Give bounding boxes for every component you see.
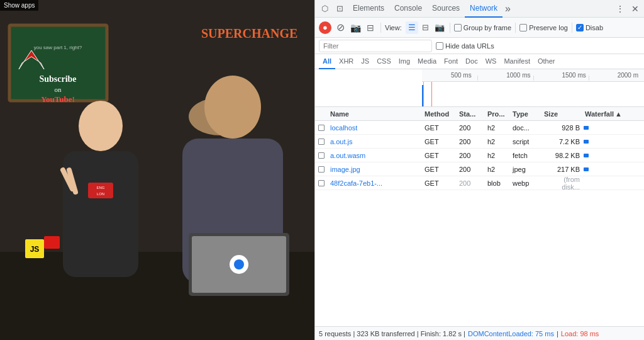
row-status-2: 200: [457, 138, 485, 145]
row-type-2: script: [510, 138, 541, 145]
group-by-frame-group: Group by frame: [454, 24, 511, 31]
svg-text:YouTube!: YouTube!: [41, 94, 75, 104]
type-tab-css[interactable]: CSS: [373, 54, 395, 69]
inspect-element-icon[interactable]: ⬡: [318, 2, 331, 16]
th-name[interactable]: Name: [328, 110, 422, 118]
filter-button[interactable]: ⊟: [364, 21, 377, 34]
row-checkbox-4[interactable]: [315, 166, 328, 173]
row-waterfall-4: [582, 162, 644, 176]
row-proto-5: blob: [485, 179, 510, 187]
close-devtools-button[interactable]: ✕: [629, 3, 641, 15]
toolbar-separator-4: [572, 23, 572, 33]
tick-500ms: 500 ms: [451, 72, 472, 79]
devtools-panel: ⬡ ⊡ Elements Console Sources Network » ⋮…: [314, 0, 644, 340]
th-type[interactable]: Type: [510, 110, 541, 118]
row-method-2: GET: [422, 138, 457, 145]
status-requests: 5 requests | 323 KB transferred | Finish…: [319, 330, 465, 337]
type-tab-js[interactable]: JS: [357, 54, 373, 69]
preserve-log-checkbox[interactable]: [519, 24, 527, 31]
row-method-3: GET: [422, 152, 457, 159]
tab-network[interactable]: Network: [465, 0, 502, 18]
row-method-5: GET: [422, 179, 457, 187]
row-type-3: fetch: [510, 152, 541, 159]
type-tab-doc[interactable]: Doc: [462, 54, 482, 69]
th-waterfall[interactable]: Waterfall ▲: [582, 110, 644, 118]
type-tab-manifest[interactable]: Manifest: [500, 54, 534, 69]
hide-data-urls-group: Hide data URLs: [436, 42, 494, 50]
table-row[interactable]: a.out.js GET 200 h2 script 7.2 KB: [315, 135, 644, 149]
group-by-frame-checkbox[interactable]: [454, 24, 462, 31]
waterfall-bar-1: [584, 126, 589, 130]
table-row[interactable]: 48f2cafa-7eb1-... GET 200 blob webp (fro…: [315, 176, 644, 190]
type-tab-media[interactable]: Media: [414, 54, 440, 69]
status-bar: 5 requests | 323 KB transferred | Finish…: [315, 326, 644, 340]
th-size[interactable]: Size: [541, 110, 582, 118]
table-row[interactable]: image.jpg GET 200 h2 jpeg 217 KB: [315, 162, 644, 176]
type-tab-xhr[interactable]: XHR: [335, 54, 357, 69]
svg-point-25: [234, 259, 244, 269]
row-proto-2: h2: [485, 138, 510, 145]
preserve-log-group: Preserve log: [519, 24, 568, 31]
table-row[interactable]: a.out.wasm GET 200 h2 fetch 98.2 KB: [315, 149, 644, 162]
row-size-4: 217 KB: [541, 166, 582, 173]
screenshot-button[interactable]: 📷: [433, 21, 446, 34]
type-tab-ws[interactable]: WS: [482, 54, 501, 69]
svg-point-21: [189, 98, 252, 135]
more-tabs-button[interactable]: »: [502, 3, 513, 14]
row-method-4: GET: [422, 166, 457, 173]
network-content: 500 ms 1000 ms 1500 ms 2000 m: [315, 69, 644, 326]
th-method[interactable]: Method: [422, 110, 457, 118]
tab-sources[interactable]: Sources: [427, 0, 465, 18]
filter-row: Hide data URLs: [315, 38, 644, 54]
stop-button[interactable]: ⊘: [334, 21, 347, 34]
table-header: Name Method Sta... Pro... Type Size Wate…: [315, 107, 644, 121]
show-apps-button[interactable]: Show apps: [0, 0, 38, 11]
svg-text:you saw part 1, right?: you saw part 1, right?: [34, 45, 82, 50]
row-waterfall-2: [582, 135, 644, 149]
video-panel: Show apps you saw part 1, right? Subscri…: [0, 0, 314, 340]
more-options-button[interactable]: ⋮: [614, 3, 626, 15]
row-type-5: webp: [510, 179, 541, 187]
th-status[interactable]: Sta...: [457, 110, 485, 118]
type-tab-img[interactable]: Img: [395, 54, 414, 69]
chart-bar-1: [422, 85, 423, 107]
timeline-ticks: 500 ms 1000 ms 1500 ms 2000 m: [422, 69, 644, 82]
row-status-3: 200: [457, 152, 485, 159]
waterfall-chart-area: 500 ms 1000 ms 1500 ms 2000 m: [315, 69, 644, 107]
row-checkbox-1[interactable]: [315, 125, 328, 131]
record-button[interactable]: ●: [319, 21, 331, 34]
row-checkbox-5[interactable]: [315, 180, 328, 186]
view-label: View:: [385, 24, 402, 31]
svg-text:on: on: [55, 86, 62, 93]
type-filter-row: All XHR JS CSS Img Media Font Doc WS Man…: [315, 54, 644, 69]
tab-console[interactable]: Console: [389, 0, 427, 18]
row-checkbox-3[interactable]: [315, 152, 328, 159]
tick-1500ms: 1500 ms: [562, 72, 586, 79]
filter-input[interactable]: [319, 40, 432, 52]
hide-data-urls-checkbox[interactable]: [436, 42, 443, 50]
row-proto-3: h2: [485, 152, 510, 159]
type-tab-other[interactable]: Other: [534, 54, 559, 69]
list-view-button[interactable]: ☰: [406, 21, 418, 34]
camera-button[interactable]: 📷: [349, 21, 362, 34]
type-tab-all[interactable]: All: [319, 54, 335, 69]
waterfall-large-button[interactable]: ⊟: [419, 21, 432, 34]
status-separator: |: [557, 330, 558, 337]
disable-cache-checkbox[interactable]: ✓: [576, 24, 584, 31]
type-tab-font[interactable]: Font: [440, 54, 462, 69]
disable-cache-group: ✓ Disab: [576, 24, 603, 31]
video-frame: you saw part 1, right? Subscribe on YouT…: [0, 0, 314, 340]
tick-1000ms: 1000 ms: [506, 72, 530, 79]
view-buttons: ☰ ⊟ 📷: [406, 21, 446, 34]
svg-text:JS: JS: [30, 245, 40, 254]
th-proto[interactable]: Pro...: [485, 110, 510, 118]
preserve-log-label: Preserve log: [529, 24, 568, 31]
tab-elements[interactable]: Elements: [348, 0, 389, 18]
row-waterfall-1: [582, 121, 644, 135]
status-dcl[interactable]: DOMContentLoaded: 75 ms: [468, 330, 554, 337]
table-row[interactable]: localhost GET 200 h2 doc... 928 B: [315, 121, 644, 135]
row-name-3: a.out.wasm: [328, 152, 422, 159]
device-toolbar-icon[interactable]: ⊡: [333, 2, 347, 16]
row-checkbox-2[interactable]: [315, 139, 328, 145]
devtools-tabs-bar: ⬡ ⊡ Elements Console Sources Network » ⋮…: [315, 0, 644, 18]
